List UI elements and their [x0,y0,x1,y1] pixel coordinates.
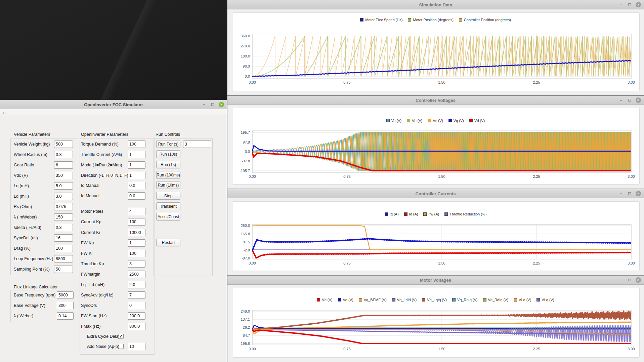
simulator-body: Vehicle ParametersVehicle Weight (kg)500… [0,115,227,362]
param-input[interactable]: 3.0 [54,193,73,200]
param-input[interactable]: 4 [128,208,145,215]
param-input[interactable]: 100 [128,250,145,257]
param-input[interactable]: 100 [54,245,73,252]
param-input[interactable]: 350 [54,172,73,179]
param-label: Loop Frequency (Hz) [14,255,53,263]
param-input[interactable]: 150 [54,213,73,221]
param-label: Extra Cycle Delay [87,333,120,340]
param-label: Id Manual [81,192,99,200]
param-input[interactable]: 50 [54,266,73,273]
param-input[interactable]: 5.0 [54,182,73,190]
param-input[interactable]: 10000 [128,229,145,236]
param-input[interactable]: 0 [128,302,145,309]
y-axis-label: -2.8 [244,248,250,252]
param-label: Torque Demand (%) [81,140,119,148]
param-input[interactable]: 1 [128,151,145,158]
run-button[interactable]: Run For (s) [156,140,180,148]
param-label: FMax (Hz) [81,323,100,330]
run-button[interactable]: Transient [156,202,180,210]
param-input[interactable]: 16 [54,234,73,242]
param-label: Drag (%) [14,245,31,252]
param-input[interactable]: 1 [128,239,145,247]
param-input[interactable]: 800.0 [128,323,145,330]
run-button[interactable]: Accel/Coast [156,213,180,220]
chart-window: Controller Voltages−✕Va (V)Vb (V)Vc (V)V… [227,95,644,189]
desktop: OpenInverter FOC Simulator − ✕ Vehicle P… [0,0,644,362]
param-label: Current Kp [81,218,101,226]
param-input[interactable]: 200.0 [128,312,145,320]
y-axis-label: 270.0 [241,44,250,48]
y-axis-label: 250.0 [241,224,250,228]
x-axis-label: 0.75 [343,261,350,265]
run-button[interactable]: Run (1s) [156,161,180,168]
run-for-seconds-input[interactable]: 3 [183,140,211,148]
chart-window: Motor Voltages−✕Vd (V)Vq (V)Vq_BEMF (V)V… [227,275,644,362]
param-input[interactable]: 8800 [54,255,73,263]
param-label: Motor Poles [81,208,103,215]
param-label: Base Voltage (V) [14,302,45,309]
param-input[interactable]: 1 [128,161,145,169]
close-icon[interactable]: ✕ [219,102,224,107]
x-axis-label: 1.50 [438,261,445,265]
run-button[interactable]: Run (10ms) [156,181,180,189]
param-input[interactable]: 7 [128,291,145,299]
param-input[interactable]: 300 [57,302,74,309]
checked-checkbox[interactable]: ✓ [119,334,124,339]
param-label: Mode (1=Run,2=Man) [81,161,122,169]
param-input[interactable]: 2.0 [128,281,145,288]
y-axis-label: 0.0 [245,74,250,78]
param-label: FW Start (Hz) [81,312,106,320]
y-axis-label: 90.0 [243,64,250,68]
param-label: Base Frequency (rpm) [14,291,55,299]
param-label: SyncAdv (dig/Hz) [81,291,114,299]
param-label: Current Ki [81,229,100,236]
y-axis-label: 165.8 [241,232,250,236]
run-button[interactable]: Run (10s) [156,150,180,158]
minimize-icon[interactable]: − [201,102,207,107]
unchecked-checkbox[interactable] [119,344,124,349]
x-axis-label: 3.00 [628,261,635,265]
param-label: FW Ki [81,250,92,257]
param-input[interactable]: 0.0 [128,192,145,200]
y-axis-label: 180.0 [241,54,250,58]
param-input[interactable]: 6 [54,161,73,169]
param-label: Lq - Ld (mH) [81,281,104,288]
param-input[interactable]: 10 [128,343,145,350]
y-axis-label: 97.8 [243,140,250,144]
param-label: Direction (-1=R,0=N,1=F) [81,172,128,179]
simulator-titlebar[interactable]: OpenInverter FOC Simulator − ✕ [0,100,227,109]
run-button[interactable]: Step [156,192,180,200]
param-label: ThrotLim Kp [81,260,104,268]
param-input[interactable]: 0.0 [128,182,145,189]
y-axis-label: 360.0 [241,34,250,38]
param-input[interactable]: 5000 [57,291,74,299]
run-button[interactable]: Run (100ms) [156,171,180,179]
drag-handle-icon[interactable] [3,110,6,114]
param-label: Rs (Ohm) [14,203,32,210]
param-label: Lq (mH) [14,182,29,190]
param-label: FW Kp [81,239,94,247]
y-axis-label: 195.7 [241,130,250,134]
param-label: Wheel Radius (m) [14,151,47,158]
param-input[interactable]: 500 [54,140,73,148]
param-input[interactable]: 0.3 [54,151,73,158]
x-axis-label: 3.00 [628,347,635,351]
param-input[interactable]: 0.075 [54,203,73,210]
param-label: Throttle Current (A/%) [81,151,122,158]
param-input[interactable]: 2500 [128,271,145,278]
restart-button[interactable]: Restart [156,239,180,246]
param-input[interactable]: 3 [128,260,145,268]
param-label: λ ( Weber) [14,312,33,320]
x-axis-label: 2.25 [533,80,540,84]
x-axis-label: 3.00 [628,80,635,84]
param-input[interactable]: 100 [128,218,145,226]
param-input[interactable]: 1 [128,172,145,179]
y-axis-label: 81.5 [243,240,250,244]
x-axis-label: 2.25 [533,261,540,265]
x-axis-label: 1.50 [438,174,445,178]
param-input[interactable]: 0.3 [54,224,73,231]
param-input[interactable]: 0.14 [57,312,74,320]
restore-icon[interactable] [210,102,215,107]
param-input[interactable]: 100 [128,140,145,148]
x-axis-label: 0.75 [343,347,350,351]
